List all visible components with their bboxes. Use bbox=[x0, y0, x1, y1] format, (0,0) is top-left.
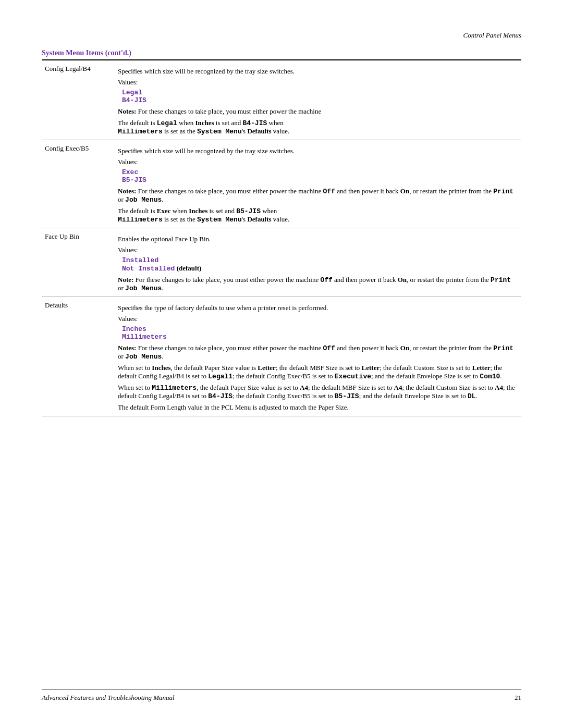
values-block: LegalB4-JIS bbox=[118, 89, 518, 104]
page: Control Panel Menus System Menu Items (c… bbox=[0, 0, 563, 728]
value-item: Legal bbox=[122, 89, 518, 96]
row-content: Specifies the type of factory defaults t… bbox=[115, 297, 521, 416]
note-paragraph: The default Form Length value in the PCL… bbox=[118, 403, 518, 412]
row-label: Config Exec/B5 bbox=[42, 140, 115, 228]
values-block: ExecB5-JIS bbox=[118, 168, 518, 184]
note-paragraph: Notes: For these changes to take place, … bbox=[118, 187, 518, 204]
value-item: B4-JIS bbox=[122, 96, 518, 104]
table-row: Face Up BinEnables the optional Face Up … bbox=[42, 228, 521, 297]
note-paragraph: Notes: For these changes to take place, … bbox=[118, 344, 518, 361]
values-label: Values: bbox=[118, 246, 518, 254]
footer-left: Advanced Features and Troubleshooting Ma… bbox=[42, 694, 175, 702]
note-paragraph: When set to Inches, the default Paper Si… bbox=[118, 364, 518, 380]
row-description: Specifies the type of factory defaults t… bbox=[118, 304, 518, 312]
values-label: Values: bbox=[118, 78, 518, 87]
row-description: Enables the optional Face Up Bin. bbox=[118, 235, 518, 243]
footer-right: 21 bbox=[515, 694, 521, 702]
section-title: System Menu Items (cont'd.) bbox=[42, 49, 521, 57]
value-item: Exec bbox=[122, 168, 518, 176]
main-table: Config Legal/B4Specifies which size will… bbox=[42, 60, 521, 416]
values-block: InstalledNot Installed (default) bbox=[118, 256, 518, 273]
row-content: Specifies which size will be recognized … bbox=[115, 140, 521, 228]
table-row: Config Exec/B5Specifies which size will … bbox=[42, 140, 521, 228]
table-row: Config Legal/B4Specifies which size will… bbox=[42, 60, 521, 140]
note-paragraph: When set to Millimeters, the default Pap… bbox=[118, 384, 518, 400]
row-content: Enables the optional Face Up Bin.Values:… bbox=[115, 228, 521, 297]
note-paragraph: Note: For these changes to take place, y… bbox=[118, 276, 518, 292]
row-content: Specifies which size will be recognized … bbox=[115, 60, 521, 140]
row-description: Specifies which size will be recognized … bbox=[118, 67, 518, 76]
value-item: Millimeters bbox=[122, 333, 518, 341]
note-paragraph: Notes: For these changes to take place, … bbox=[118, 107, 518, 116]
value-item: Not Installed (default) bbox=[122, 264, 518, 273]
value-item: Inches bbox=[122, 325, 518, 333]
row-description: Specifies which size will be recognized … bbox=[118, 147, 518, 155]
value-item: B5-JIS bbox=[122, 176, 518, 184]
row-label: Config Legal/B4 bbox=[42, 60, 115, 140]
note-paragraph: The default is Exec when Inches is set a… bbox=[118, 207, 518, 224]
value-item: Installed bbox=[122, 256, 518, 264]
header-title: Control Panel Menus bbox=[463, 31, 521, 39]
table-row: DefaultsSpecifies the type of factory de… bbox=[42, 297, 521, 416]
values-label: Values: bbox=[118, 315, 518, 323]
row-label: Face Up Bin bbox=[42, 228, 115, 297]
row-label: Defaults bbox=[42, 297, 115, 416]
note-paragraph: The default is Legal when Inches is set … bbox=[118, 119, 518, 135]
values-label: Values: bbox=[118, 158, 518, 166]
footer: Advanced Features and Troubleshooting Ma… bbox=[42, 689, 521, 702]
page-header: Control Panel Menus bbox=[42, 31, 521, 40]
values-block: InchesMillimeters bbox=[118, 325, 518, 341]
